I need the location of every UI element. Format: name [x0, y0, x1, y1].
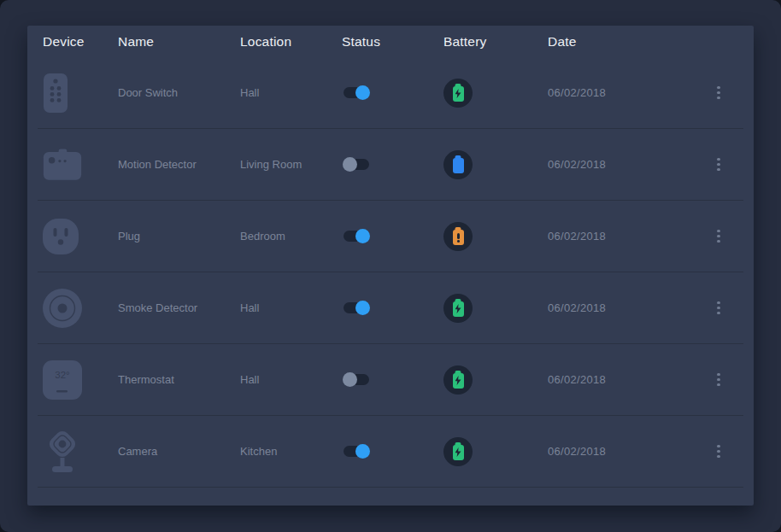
- battery-icon: [453, 86, 464, 102]
- thermostat-temperature: 32°: [55, 370, 69, 380]
- table-row: Door Switch Hall 06/02/2018: [38, 57, 743, 129]
- low-battery-icon: [457, 233, 460, 239]
- battery-icon: [453, 445, 464, 460]
- battery-indicator: [443, 150, 473, 179]
- table-row: Plug Bedroom 06/02/2018: [38, 201, 743, 272]
- device-date: 06/02/2018: [548, 86, 701, 99]
- device-table-card: Device Name Location Status Battery Date: [27, 26, 754, 506]
- device-location: Hall: [240, 301, 342, 314]
- device-name: Motion Detector: [118, 158, 240, 171]
- table-row: Motion Detector Living Room 06/02/2018: [38, 129, 743, 201]
- camera-icon: [43, 429, 82, 475]
- column-header-device: Device: [43, 34, 118, 50]
- column-header-name: Name: [118, 34, 240, 50]
- device-name: Thermostat: [118, 373, 240, 386]
- column-header-status: Status: [342, 34, 443, 50]
- device-date: 06/02/2018: [548, 445, 701, 458]
- device-date: 06/02/2018: [548, 373, 701, 386]
- toggle-knob: [355, 444, 370, 459]
- battery-indicator: [443, 79, 473, 108]
- battery-icon: [453, 301, 464, 317]
- charging-bolt-icon: [455, 376, 461, 385]
- plug-icon: [43, 219, 79, 254]
- thermostat-icon: 32°: [43, 360, 82, 400]
- battery-indicator: [443, 365, 473, 395]
- status-toggle[interactable]: [344, 374, 369, 385]
- column-header-location: Location: [240, 34, 342, 50]
- table-row: Camera Kitchen 06/02/2018: [38, 416, 743, 488]
- smoke-detector-icon: [43, 289, 82, 328]
- battery-indicator: [443, 222, 473, 251]
- column-header-battery: Battery: [443, 34, 548, 50]
- battery-indicator: [443, 294, 473, 323]
- device-table: Device Name Location Status Battery Date: [27, 26, 754, 488]
- toggle-knob: [343, 157, 357, 172]
- charging-bolt-icon: [455, 447, 461, 457]
- device-name: Door Switch: [118, 86, 240, 99]
- device-location: Living Room: [240, 158, 342, 171]
- kebab-menu-icon[interactable]: [701, 297, 737, 319]
- table-row: 32° Thermostat Hall 06/02/2018: [38, 344, 743, 416]
- column-header-date: Date: [548, 34, 701, 50]
- status-toggle[interactable]: [344, 87, 369, 98]
- status-toggle[interactable]: [344, 446, 369, 457]
- battery-icon: [453, 230, 464, 245]
- toggle-knob: [355, 229, 370, 243]
- battery-icon: [453, 373, 464, 389]
- battery-icon: [453, 158, 464, 173]
- device-date: 06/02/2018: [548, 158, 701, 171]
- device-name: Smoke Detector: [118, 301, 240, 314]
- kebab-menu-icon[interactable]: [701, 225, 737, 247]
- motion-detector-icon: [43, 149, 82, 181]
- kebab-menu-icon[interactable]: [701, 154, 737, 175]
- remote-icon: [43, 73, 68, 114]
- device-location: Hall: [240, 86, 342, 99]
- status-toggle[interactable]: [344, 159, 369, 170]
- charging-bolt-icon: [455, 89, 461, 98]
- table-header-row: Device Name Location Status Battery Date: [38, 26, 743, 57]
- kebab-menu-icon[interactable]: [701, 441, 737, 462]
- device-date: 06/02/2018: [548, 301, 701, 314]
- device-location: Kitchen: [240, 445, 342, 458]
- toggle-knob: [355, 85, 370, 100]
- device-location: Bedroom: [240, 230, 342, 243]
- status-toggle[interactable]: [344, 231, 369, 242]
- device-name: Plug: [118, 230, 240, 243]
- kebab-menu-icon[interactable]: [701, 369, 737, 390]
- toggle-knob: [355, 301, 370, 315]
- battery-indicator: [443, 437, 473, 466]
- device-name: Camera: [118, 445, 240, 458]
- device-date: 06/02/2018: [548, 230, 701, 243]
- table-row: Smoke Detector Hall 06/02/2018: [38, 272, 743, 344]
- status-toggle[interactable]: [344, 302, 369, 313]
- kebab-menu-icon[interactable]: [701, 82, 737, 103]
- charging-bolt-icon: [455, 304, 461, 313]
- toggle-knob: [343, 372, 357, 387]
- device-location: Hall: [240, 373, 342, 386]
- app-screen: Device Name Location Status Battery Date: [0, 0, 781, 532]
